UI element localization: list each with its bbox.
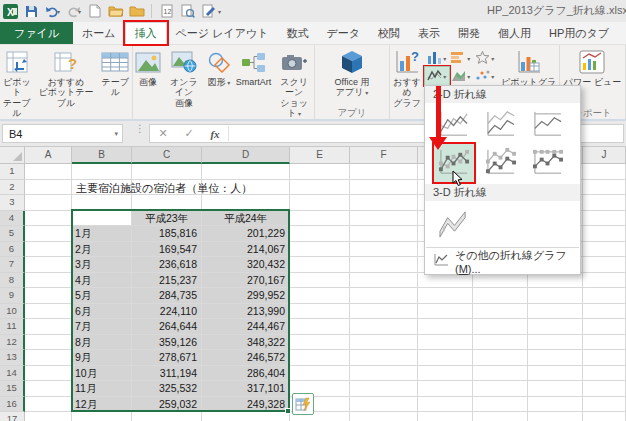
cell-I13[interactable]: [528, 350, 583, 366]
cell-E12[interactable]: [290, 335, 350, 351]
cell-G17[interactable]: [418, 412, 473, 421]
row-header-7[interactable]: 7: [0, 257, 25, 273]
cell-A2[interactable]: [25, 180, 72, 196]
cell-E3[interactable]: [290, 195, 350, 211]
online-pictures-button[interactable]: オンライン 画像: [164, 46, 204, 109]
cell-E6[interactable]: [290, 242, 350, 258]
cell-I11[interactable]: [528, 319, 583, 335]
save-icon[interactable]: [23, 3, 40, 20]
insert-area-chart-button[interactable]: ▾: [449, 67, 473, 85]
cell-H13[interactable]: [473, 350, 528, 366]
cell-C6[interactable]: 169,547: [132, 242, 202, 258]
cell-J9[interactable]: [583, 288, 626, 304]
power-view-button[interactable]: パワー ビュー: [562, 46, 623, 88]
screenshot-button[interactable]: スクリーン ショット: [274, 46, 314, 119]
cell-B12[interactable]: 8月: [72, 335, 132, 351]
cell-G12[interactable]: [418, 335, 473, 351]
cell-B15[interactable]: 11月: [72, 381, 132, 397]
cell-I17[interactable]: [528, 412, 583, 421]
cell-D8[interactable]: 270,167: [202, 273, 290, 289]
cell-A7[interactable]: [25, 257, 72, 273]
cell-G16[interactable]: [418, 397, 473, 413]
cell-E11[interactable]: [290, 319, 350, 335]
3d-line-menu-item[interactable]: [434, 204, 474, 242]
cell-F16[interactable]: [350, 397, 418, 413]
cell-D14[interactable]: 286,404: [202, 366, 290, 382]
tab-review[interactable]: 校閲: [369, 22, 409, 44]
insert-stock-surface-radar-chart-button[interactable]: ▾: [473, 49, 497, 67]
cell-A13[interactable]: [25, 350, 72, 366]
row-header-15[interactable]: 15: [0, 381, 25, 397]
cell-I16[interactable]: [528, 397, 583, 413]
cell-C10[interactable]: 224,110: [132, 304, 202, 320]
cell-D3[interactable]: [202, 195, 290, 211]
insert-line-chart-button[interactable]: ▾: [425, 67, 449, 85]
select-all-corner[interactable]: [0, 147, 25, 164]
cell-G13[interactable]: [418, 350, 473, 366]
stacked-line-with-markers-menu-item[interactable]: [481, 144, 521, 182]
enter-icon[interactable]: ✓: [176, 127, 202, 140]
row-header-8[interactable]: 8: [0, 273, 25, 289]
cell-F1[interactable]: [350, 164, 418, 180]
cell-E7[interactable]: [290, 257, 350, 273]
apps-for-office-button[interactable]: Office 用 アプリ: [333, 46, 372, 99]
cell-D5[interactable]: 201,229: [202, 226, 290, 242]
cancel-icon[interactable]: ✕: [150, 127, 176, 140]
cell-C5[interactable]: 185,816: [132, 226, 202, 242]
tab-hp-tab[interactable]: HP用のタブ: [540, 22, 618, 44]
cell-J12[interactable]: [583, 335, 626, 351]
fill-handle[interactable]: [285, 408, 291, 414]
insert-bar-chart-dropdown-icon[interactable]: ▾: [467, 55, 470, 62]
cell-C8[interactable]: 215,237: [132, 273, 202, 289]
cell-C17[interactable]: [132, 412, 202, 421]
tab-personal[interactable]: 個人用: [489, 22, 540, 44]
cell-F4[interactable]: [350, 211, 418, 227]
cell-I10[interactable]: [528, 304, 583, 320]
cell-J3[interactable]: [583, 195, 626, 211]
row-header-6[interactable]: 6: [0, 242, 25, 258]
cell-J4[interactable]: [583, 211, 626, 227]
cell-B8[interactable]: 4月: [72, 273, 132, 289]
cell-H9[interactable]: [473, 288, 528, 304]
cell-A5[interactable]: [25, 226, 72, 242]
shapes-button[interactable]: 図形: [205, 46, 233, 88]
folder-icon[interactable]: [128, 3, 145, 20]
column-header-F[interactable]: F: [350, 147, 418, 164]
redo-dropdown-icon[interactable]: ▾: [78, 8, 81, 15]
insert-column-chart-dropdown-icon[interactable]: ▾: [443, 55, 446, 62]
cell-E4[interactable]: [290, 211, 350, 227]
new-document-icon[interactable]: [86, 3, 103, 20]
cell-D4[interactable]: 平成24年: [202, 211, 290, 227]
pivot-table-button[interactable]: ピボット テーブル: [0, 46, 34, 119]
print-preview-icon[interactable]: [179, 3, 196, 20]
tab-file[interactable]: ファイル: [0, 22, 73, 44]
cell-J10[interactable]: [583, 304, 626, 320]
cell-A6[interactable]: [25, 242, 72, 258]
cell-J8[interactable]: [583, 273, 626, 289]
row-header-10[interactable]: 10: [0, 304, 25, 320]
tab-page-layout[interactable]: ページ レイアウト: [167, 22, 278, 44]
cell-D16[interactable]: 249,328: [202, 397, 290, 413]
column-header-E[interactable]: E: [290, 147, 350, 164]
cell-D9[interactable]: 299,952: [202, 288, 290, 304]
cell-E5[interactable]: [290, 226, 350, 242]
row-header-16[interactable]: 16: [0, 397, 25, 413]
cell-J11[interactable]: [583, 319, 626, 335]
cell-C14[interactable]: 311,194: [132, 366, 202, 382]
cell-F5[interactable]: [350, 226, 418, 242]
insert-scatter-chart-dropdown-icon[interactable]: ▾: [491, 73, 494, 80]
cell-F17[interactable]: [350, 412, 418, 421]
cell-A12[interactable]: [25, 335, 72, 351]
cell-C13[interactable]: 278,671: [132, 350, 202, 366]
tab-view[interactable]: 表示: [409, 22, 449, 44]
cell-F3[interactable]: [350, 195, 418, 211]
quick-analysis-button[interactable]: [292, 393, 314, 415]
row-header-13[interactable]: 13: [0, 350, 25, 366]
cell-B5[interactable]: 1月: [72, 226, 132, 242]
cell-F11[interactable]: [350, 319, 418, 335]
cell-A11[interactable]: [25, 319, 72, 335]
cell-J15[interactable]: [583, 381, 626, 397]
row-header-17[interactable]: 17: [0, 412, 25, 421]
cell-F9[interactable]: [350, 288, 418, 304]
cell-B16[interactable]: 12月: [72, 397, 132, 413]
